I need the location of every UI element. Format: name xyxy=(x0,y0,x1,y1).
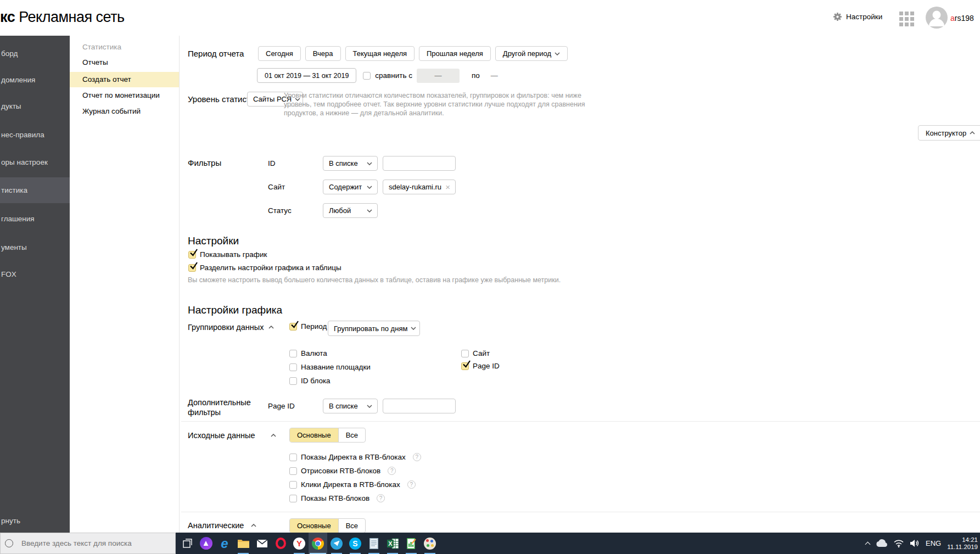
taskbar-app-telegram[interactable] xyxy=(327,533,346,554)
date-range-button[interactable]: 01 окт 2019 — 31 окт 2019 xyxy=(257,68,356,83)
block-id-label: ID блока xyxy=(301,377,331,385)
period-today-button[interactable]: Сегодня xyxy=(258,46,301,61)
compare-to-field[interactable]: — xyxy=(491,71,498,80)
subnav-item-create-report[interactable]: Создать отчет xyxy=(82,75,131,83)
grouping-option-placement-name[interactable]: Название площадки xyxy=(289,363,371,371)
subnav-item-reports[interactable]: Отчеты xyxy=(82,58,108,66)
tab-main[interactable]: Основные xyxy=(290,428,338,442)
rtb-shows-checkbox[interactable] xyxy=(289,495,297,502)
source-option-direct-clicks[interactable]: Клики Директа в RTB-блоках xyxy=(289,480,416,489)
currency-checkbox[interactable] xyxy=(289,350,297,357)
taskbar-app-explorer[interactable] xyxy=(234,533,253,554)
grouping-option-site[interactable]: Сайт xyxy=(461,349,490,357)
logo-name: Рекламная сеть xyxy=(19,9,124,25)
page-id-checkbox[interactable] xyxy=(461,362,469,370)
taskbar-app-report[interactable] xyxy=(402,533,421,554)
compare-from-field[interactable]: — xyxy=(417,69,460,83)
grouping-period-option[interactable]: Период xyxy=(289,322,327,331)
sidebar-item-notifications[interactable]: домления xyxy=(0,76,70,84)
groupings-toggle[interactable]: Группировки данных xyxy=(188,323,274,332)
period-current-week-button[interactable]: Текущая неделя xyxy=(345,46,415,61)
avatar[interactable] xyxy=(926,7,948,29)
clear-icon[interactable] xyxy=(445,182,450,192)
source-option-rtb-shows[interactable]: Показы RTB-блоков xyxy=(289,494,385,502)
direct-shows-checkbox[interactable] xyxy=(289,454,297,461)
settings-label: Настройки xyxy=(846,13,882,21)
volume-icon[interactable] xyxy=(910,539,920,547)
constructor-button[interactable]: Конструктор xyxy=(918,125,980,141)
settings-option-split[interactable]: Разделить настройки графика и таблицы xyxy=(188,264,341,272)
task-view-button[interactable] xyxy=(178,533,197,554)
settings-option-show-chart[interactable]: Показывать график xyxy=(188,250,267,259)
source-option-rtb-renders[interactable]: Отрисовки RTB-блоков xyxy=(289,467,396,475)
username[interactable]: ars198 xyxy=(950,14,974,23)
logo-prefix: кс xyxy=(0,9,15,25)
subnav-item-event-log[interactable]: Журнал событий xyxy=(82,107,141,115)
filter-site-operator[interactable]: Содержит xyxy=(323,180,378,194)
split-settings-checkbox[interactable] xyxy=(188,264,196,272)
sidebar-item-products[interactable]: дукты xyxy=(0,102,70,110)
source-data-toggle[interactable]: Исходные данные xyxy=(188,431,276,440)
show-chart-checkbox[interactable] xyxy=(188,251,196,259)
tab-main[interactable]: Основные xyxy=(290,519,338,533)
extra-filter-operator[interactable]: В списке xyxy=(323,399,378,413)
taskbar-app-notepad[interactable] xyxy=(365,533,383,554)
sidebar-item-dashboard[interactable]: борд xyxy=(0,49,70,58)
filter-site-value-box[interactable]: sdelay-rukami.ru xyxy=(383,180,456,194)
sidebar-item-statistics[interactable]: тистика xyxy=(0,177,70,203)
site-checkbox[interactable] xyxy=(461,350,469,357)
period-checkbox[interactable] xyxy=(289,323,297,331)
source-option-direct-shows[interactable]: Показы Директа в RTB-блоках xyxy=(289,453,421,461)
period-last-week-button[interactable]: Прошлая неделя xyxy=(419,46,491,61)
help-icon[interactable] xyxy=(388,467,396,475)
app-logo[interactable]: кс Рекламная сеть xyxy=(0,9,125,26)
block-id-checkbox[interactable] xyxy=(289,377,297,385)
period-other-button[interactable]: Другой период xyxy=(495,46,568,61)
onedrive-icon[interactable] xyxy=(876,539,888,547)
grouping-option-block-id[interactable]: ID блока xyxy=(289,377,331,385)
help-icon[interactable] xyxy=(413,453,421,461)
extra-filter-input[interactable] xyxy=(383,399,456,413)
group-by-select[interactable]: Группировать по дням xyxy=(328,321,420,336)
tray-clock[interactable]: 14:21 11.11.2019 xyxy=(947,536,978,551)
filter-id-input[interactable] xyxy=(383,156,456,171)
tab-all[interactable]: Все xyxy=(338,519,365,533)
taskbar-app-paint[interactable] xyxy=(421,533,439,554)
filter-id-operator[interactable]: В списке xyxy=(323,156,378,171)
compare-checkbox[interactable] xyxy=(363,72,371,80)
sidebar-item-adfox[interactable]: FOX xyxy=(0,270,70,278)
sidebar-collapse-button[interactable]: рнуть xyxy=(0,517,70,525)
sidebar-item-agreements[interactable]: глашения xyxy=(0,215,70,223)
subnav-item-monetization-report[interactable]: Отчет по монетизации xyxy=(82,91,160,99)
header-settings[interactable]: Настройки xyxy=(833,12,882,21)
taskbar-app-opera[interactable] xyxy=(271,533,290,554)
help-icon[interactable] xyxy=(377,494,385,502)
tab-all[interactable]: Все xyxy=(338,428,365,442)
tray-language[interactable]: ENG xyxy=(926,539,941,547)
rtb-renders-checkbox[interactable] xyxy=(289,467,297,475)
taskbar-app-chrome[interactable] xyxy=(309,533,327,554)
grouping-option-currency[interactable]: Валюта xyxy=(289,349,327,357)
taskbar-app-yandex-browser[interactable]: Y xyxy=(290,533,309,554)
taskbar-app-excel[interactable]: X xyxy=(383,533,402,554)
help-icon[interactable] xyxy=(407,480,416,489)
period-yesterday-button[interactable]: Вчера xyxy=(305,46,341,61)
placement-name-checkbox[interactable] xyxy=(289,363,297,371)
sidebar-item-settings-sets[interactable]: оры настроек xyxy=(0,158,70,166)
search-input[interactable] xyxy=(1,539,175,548)
taskbar-app-mail[interactable] xyxy=(253,533,271,554)
filter-status-operator[interactable]: Любой xyxy=(323,203,378,218)
sidebar-item-documents[interactable]: ументы xyxy=(0,243,70,251)
analytics-toggle[interactable]: Аналитические xyxy=(188,521,256,530)
taskbar-app-edge[interactable]: e xyxy=(215,533,234,554)
taskbar-app-alice[interactable] xyxy=(197,533,215,554)
taskbar-app-skype[interactable]: S xyxy=(346,533,365,554)
direct-shows-label: Показы Директа в RTB-блоках xyxy=(301,453,406,461)
direct-clicks-checkbox[interactable] xyxy=(289,481,297,489)
grouping-option-page-id[interactable]: Page ID xyxy=(461,362,500,370)
apps-grid-icon[interactable] xyxy=(899,12,914,26)
taskbar-search[interactable] xyxy=(0,533,176,554)
tray-expand-icon[interactable] xyxy=(865,541,871,547)
sidebar-item-business-rules[interactable]: нес-правила xyxy=(0,131,70,139)
wifi-icon[interactable] xyxy=(894,540,904,547)
